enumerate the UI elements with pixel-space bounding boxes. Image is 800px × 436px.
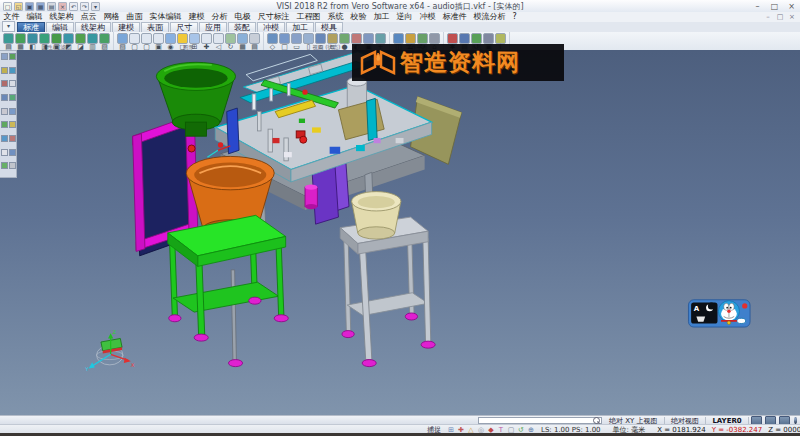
tab-press[interactable]: 冲模 bbox=[257, 22, 285, 32]
tab-standard[interactable]: 标准 bbox=[17, 22, 45, 32]
menu-item[interactable]: 工程图 bbox=[293, 12, 324, 22]
menu-item[interactable]: 编辑 bbox=[23, 12, 46, 22]
tab-wireframe[interactable]: 线架构 bbox=[75, 22, 111, 32]
redo-icon[interactable]: ↷ bbox=[80, 2, 89, 11]
view-front-icon[interactable]: ▭ bbox=[291, 33, 302, 44]
status-icon[interactable]: ● bbox=[339, 33, 350, 44]
status-sphere-icon[interactable] bbox=[794, 417, 797, 424]
menu-item[interactable]: 网格 bbox=[100, 12, 123, 22]
menu-item[interactable]: 校验 bbox=[347, 12, 370, 22]
group-icon[interactable]: ▣ bbox=[363, 33, 374, 44]
dynamic-rotate-icon[interactable]: ◉ bbox=[165, 33, 176, 44]
mdi-close-button[interactable]: × bbox=[786, 12, 798, 22]
properties-icon[interactable]: ▤ bbox=[3, 33, 14, 44]
filter-all-icon[interactable]: ▣ bbox=[51, 33, 62, 44]
settings-icon[interactable]: ✱ bbox=[447, 33, 458, 44]
left-tool-icon[interactable] bbox=[1, 67, 8, 74]
tab-surface[interactable]: 表面 bbox=[141, 22, 169, 32]
left-tool-icon[interactable] bbox=[9, 53, 16, 60]
left-tool-icon[interactable] bbox=[1, 135, 8, 142]
mdi-restore-button[interactable]: □ bbox=[774, 12, 786, 22]
mdi-minimize-button[interactable]: – bbox=[762, 12, 774, 22]
filter-face-icon[interactable]: ◩ bbox=[63, 33, 74, 44]
left-tool-icon[interactable] bbox=[9, 80, 16, 87]
delete-icon[interactable]: × bbox=[58, 2, 67, 11]
left-tool-icon[interactable] bbox=[1, 80, 8, 87]
menu-item[interactable]: 加工 bbox=[370, 12, 393, 22]
menu-item[interactable]: 分析 bbox=[208, 12, 231, 22]
left-tool-icon[interactable] bbox=[9, 135, 16, 142]
filter-layer-icon[interactable]: ▦ bbox=[15, 33, 26, 44]
zoom-window-icon[interactable]: ◻ bbox=[177, 33, 188, 44]
shade-edges-icon[interactable]: ▣ bbox=[153, 33, 164, 44]
tab-application[interactable]: 应用 bbox=[199, 22, 227, 32]
left-tool-icon[interactable] bbox=[9, 121, 16, 128]
doraemon-sticker[interactable]: A bbox=[688, 300, 750, 327]
print-preview-icon[interactable]: ▤ bbox=[249, 33, 260, 44]
left-tool-icon[interactable] bbox=[9, 162, 16, 169]
database-icon[interactable]: ▤ bbox=[459, 33, 470, 44]
maximize-button[interactable]: □ bbox=[766, 1, 783, 12]
left-tool-icon[interactable] bbox=[9, 108, 16, 115]
view-top-icon[interactable]: □ bbox=[279, 33, 290, 44]
wireframe-icon[interactable]: ▢ bbox=[129, 33, 140, 44]
left-tool-icon[interactable] bbox=[1, 53, 8, 60]
menu-item[interactable]: ? bbox=[509, 12, 520, 22]
save-icon[interactable]: ▣ bbox=[25, 2, 34, 11]
refresh-icon[interactable]: ↺ bbox=[471, 33, 482, 44]
menu-item[interactable]: 实体编辑 bbox=[146, 12, 185, 22]
left-tool-icon[interactable] bbox=[9, 67, 16, 74]
workplane-reset-icon[interactable]: ⌂ bbox=[429, 33, 440, 44]
views-icon[interactable]: ▦ bbox=[237, 33, 248, 44]
redraw-icon[interactable]: ↻ bbox=[225, 33, 236, 44]
visibility-icon[interactable]: ◐ bbox=[351, 33, 362, 44]
left-tool-icon[interactable] bbox=[1, 94, 8, 101]
menu-item[interactable]: 冲模 bbox=[416, 12, 439, 22]
menu-item[interactable]: 电极 bbox=[231, 12, 254, 22]
view-iso-icon[interactable]: ◇ bbox=[267, 33, 278, 44]
left-tool-icon[interactable] bbox=[1, 108, 8, 115]
ucs-icon[interactable]: + bbox=[375, 33, 386, 44]
menu-item[interactable]: 标准件 bbox=[439, 12, 470, 22]
undo-icon[interactable]: ↶ bbox=[69, 2, 78, 11]
workplane-rotate-icon[interactable]: ↻ bbox=[417, 33, 428, 44]
menu-item[interactable]: 曲面 bbox=[123, 12, 146, 22]
shade-icon[interactable]: ▧ bbox=[117, 33, 128, 44]
filter-edge-icon[interactable]: ◪ bbox=[75, 33, 86, 44]
menu-item[interactable]: 系统 bbox=[324, 12, 347, 22]
minimize-button[interactable]: – bbox=[749, 1, 766, 12]
workplane-align-icon[interactable]: ∠ bbox=[405, 33, 416, 44]
new-file-icon[interactable]: ▢ bbox=[3, 2, 12, 11]
3d-viewport[interactable]: Z X Y A bbox=[0, 50, 800, 415]
layers-icon[interactable]: ≡ bbox=[327, 33, 338, 44]
left-tool-icon[interactable] bbox=[1, 149, 8, 156]
menu-item[interactable]: 线架构 bbox=[46, 12, 77, 22]
tab-dimension[interactable]: 尺寸 bbox=[170, 22, 198, 32]
left-tool-icon[interactable] bbox=[1, 121, 8, 128]
filter-color-icon[interactable]: ◧ bbox=[27, 33, 38, 44]
hidden-line-icon[interactable]: ▢ bbox=[141, 33, 152, 44]
info-icon[interactable]: i bbox=[495, 33, 506, 44]
window-icon[interactable]: ▣ bbox=[483, 33, 494, 44]
zoom-extents-icon[interactable]: ⊞ bbox=[189, 33, 200, 44]
tab-assembly[interactable]: 装配 bbox=[228, 22, 256, 32]
filter-solid-icon[interactable]: ▥ bbox=[87, 33, 98, 44]
tab-edit[interactable]: 编辑 bbox=[46, 22, 74, 32]
left-tool-icon[interactable] bbox=[1, 162, 8, 169]
tab-machining[interactable]: 加工 bbox=[286, 22, 314, 32]
print-icon[interactable]: ▤ bbox=[47, 2, 56, 11]
workplane-icon[interactable]: ◫ bbox=[393, 33, 404, 44]
menu-item[interactable]: 点云 bbox=[77, 12, 100, 22]
menu-item[interactable]: 模流分析 bbox=[470, 12, 509, 22]
open-file-icon[interactable]: ◱ bbox=[14, 2, 23, 11]
save-all-icon[interactable]: ▦ bbox=[36, 2, 45, 11]
filter-type-icon[interactable]: ◨ bbox=[39, 33, 50, 44]
left-tool-icon[interactable] bbox=[9, 149, 16, 156]
left-tool-icon[interactable] bbox=[9, 94, 16, 101]
tab-mould[interactable]: 模具 bbox=[315, 22, 343, 32]
filter-wire-icon[interactable]: ▨ bbox=[99, 33, 110, 44]
customize-icon[interactable]: ▾ bbox=[91, 2, 100, 11]
search-input[interactable] bbox=[479, 418, 593, 423]
previous-view-icon[interactable]: ◁ bbox=[213, 33, 224, 44]
pan-icon[interactable]: ✚ bbox=[201, 33, 212, 44]
